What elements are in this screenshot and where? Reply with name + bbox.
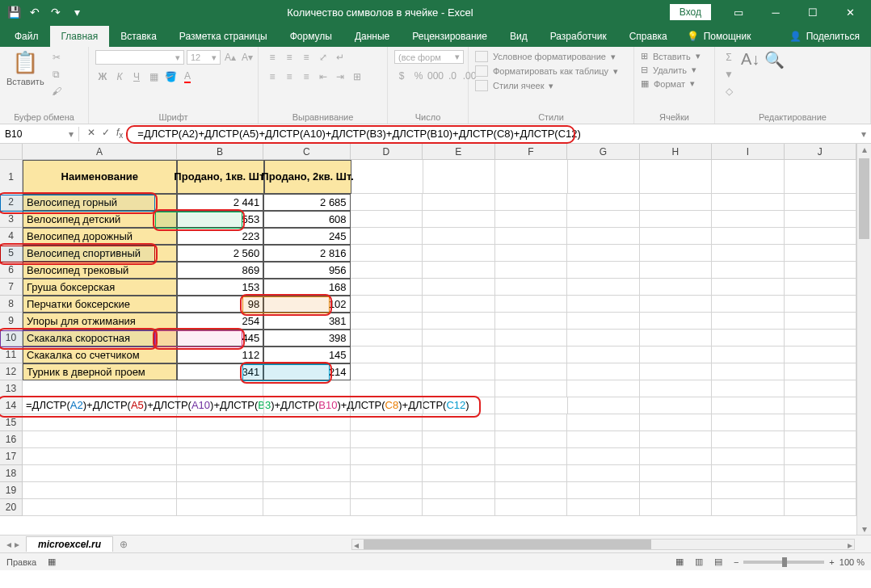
cells-area[interactable]: НаименованиеПродано, 1кв. Шт.Продано, 2к… [23, 160, 856, 535]
cell[interactable] [568, 397, 640, 414]
copy-icon[interactable]: ⧉ [49, 67, 64, 82]
cell[interactable] [640, 363, 712, 380]
align-left-icon[interactable]: ≡ [265, 69, 280, 84]
tab-file[interactable]: Файл [3, 26, 50, 47]
format-painter-icon[interactable]: 🖌 [49, 84, 64, 99]
cell[interactable] [351, 499, 423, 516]
row-header[interactable]: 12 [0, 363, 23, 380]
cell[interactable] [423, 245, 494, 262]
cell[interactable]: Турник в дверной проем [23, 363, 177, 380]
align-center-icon[interactable]: ≡ [282, 69, 297, 84]
cell[interactable] [177, 482, 263, 499]
cell[interactable] [495, 262, 567, 279]
col-header[interactable]: J [785, 144, 856, 160]
cell[interactable]: Велосипед дорожный [23, 228, 177, 245]
cell[interactable]: 445 [177, 330, 263, 346]
cell[interactable] [712, 296, 784, 313]
cell[interactable]: 168 [263, 279, 350, 296]
cell[interactable] [423, 296, 494, 313]
cell[interactable] [567, 482, 639, 499]
zoom-in-icon[interactable]: + [829, 557, 834, 567]
cell[interactable] [263, 380, 350, 397]
row-header[interactable]: 7 [0, 279, 23, 296]
wrap-text-icon[interactable]: ↵ [333, 50, 347, 65]
cell[interactable] [640, 482, 712, 499]
font-color-icon[interactable]: A [180, 69, 195, 84]
ribbon-options-icon[interactable]: ▭ [721, 0, 756, 24]
cell[interactable] [263, 414, 350, 431]
cell[interactable] [640, 448, 712, 465]
cell[interactable] [351, 330, 423, 346]
increase-font-icon[interactable]: A▴ [223, 50, 238, 65]
cell[interactable] [567, 499, 639, 516]
cell[interactable]: 2 816 [263, 245, 350, 262]
cell[interactable] [640, 397, 712, 414]
cell[interactable] [423, 160, 495, 194]
delete-cells-button[interactable]: ⊟Удалить ▾ [641, 64, 696, 76]
minimize-icon[interactable]: ─ [758, 0, 793, 24]
cell[interactable]: 2 560 [177, 245, 263, 262]
qat-more-icon[interactable]: ▾ [68, 3, 86, 21]
cell[interactable] [263, 465, 350, 482]
cell[interactable] [567, 245, 639, 262]
name-box[interactable]: B10▾ [0, 127, 79, 141]
cell[interactable] [495, 482, 567, 499]
cell[interactable] [351, 228, 423, 245]
cell[interactable] [177, 465, 263, 482]
cell[interactable] [785, 363, 856, 380]
cell[interactable] [640, 262, 712, 279]
cell[interactable] [712, 313, 784, 330]
cell[interactable] [23, 448, 177, 465]
increase-indent-icon[interactable]: ⇥ [333, 69, 347, 84]
cell[interactable] [640, 160, 712, 194]
cell[interactable] [785, 397, 856, 414]
find-select-button[interactable]: 🔍 [764, 50, 785, 69]
cell[interactable] [495, 211, 567, 228]
row-header[interactable]: 20 [0, 499, 23, 516]
cell[interactable]: Велосипед детский [23, 211, 177, 228]
row-header[interactable]: 10 [0, 330, 23, 346]
cell[interactable] [640, 194, 712, 211]
cell[interactable] [351, 380, 423, 397]
tab-view[interactable]: Вид [499, 26, 539, 47]
row-header[interactable]: 9 [0, 313, 23, 330]
font-combo[interactable]: ▾ [95, 50, 184, 65]
cell[interactable] [567, 346, 639, 363]
cell[interactable]: Скакалка со счетчиком [23, 346, 177, 363]
format-cells-button[interactable]: ▦Формат ▾ [641, 78, 695, 90]
cell[interactable] [712, 397, 784, 414]
cell[interactable]: Скакалка скоростная [23, 330, 177, 346]
cell[interactable] [351, 279, 423, 296]
cell[interactable] [785, 228, 856, 245]
cell[interactable] [785, 346, 856, 363]
cut-icon[interactable]: ✂ [49, 50, 64, 65]
currency-icon[interactable]: $ [394, 69, 409, 83]
cell[interactable] [351, 194, 423, 211]
font-size-combo[interactable]: 12▾ [187, 50, 221, 65]
cell[interactable] [263, 499, 350, 516]
share-button[interactable]: 👤Поделиться [781, 26, 868, 47]
row-header[interactable]: 3 [0, 211, 23, 228]
cell[interactable] [423, 313, 494, 330]
cell[interactable] [712, 465, 784, 482]
cell[interactable] [177, 499, 263, 516]
conditional-format-button[interactable]: Условное форматирование ▾ [475, 50, 616, 63]
align-middle-icon[interactable]: ≡ [282, 50, 297, 65]
cell[interactable] [640, 431, 712, 448]
cancel-formula-icon[interactable]: ✕ [87, 127, 95, 140]
cell[interactable] [567, 414, 639, 431]
align-right-icon[interactable]: ≡ [299, 69, 313, 84]
view-break-icon[interactable]: ▤ [714, 556, 722, 567]
cell[interactable] [785, 313, 856, 330]
col-header[interactable]: B [177, 144, 263, 160]
cell[interactable] [23, 414, 177, 431]
row-header[interactable]: 1 [0, 160, 23, 194]
cell[interactable] [423, 279, 494, 296]
spreadsheet-grid[interactable]: A B C D E F G H I J 12345678910111213141… [0, 144, 871, 535]
accept-formula-icon[interactable]: ✓ [102, 127, 110, 140]
cell[interactable] [785, 245, 856, 262]
cell[interactable] [567, 465, 639, 482]
cell[interactable] [567, 330, 639, 346]
clear-icon[interactable]: ◇ [722, 84, 736, 99]
cell[interactable] [712, 262, 784, 279]
